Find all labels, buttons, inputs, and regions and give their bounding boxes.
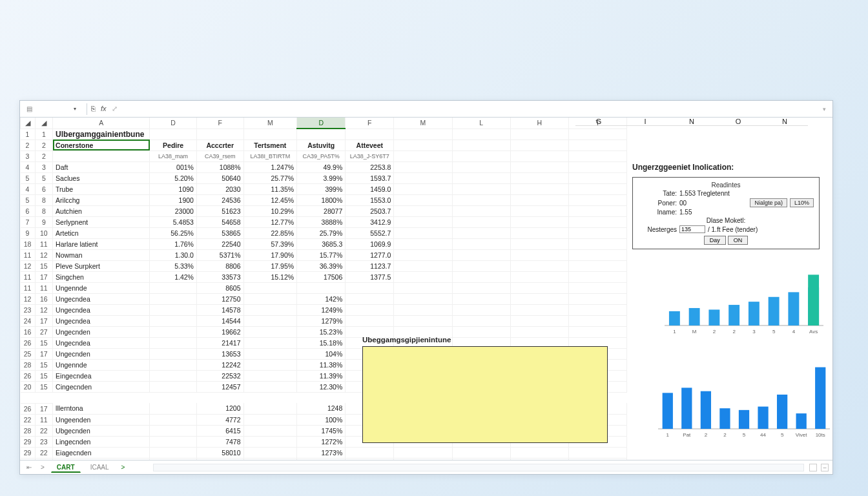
row-header[interactable]: 15 — [35, 381, 53, 392]
cell[interactable]: 4772 — [196, 414, 243, 425]
row-header[interactable]: 25 — [21, 348, 36, 359]
cell[interactable]: Nowman — [53, 249, 150, 260]
cell[interactable] — [568, 304, 626, 315]
cell[interactable] — [510, 260, 568, 271]
col-header-H[interactable]: H — [510, 118, 568, 129]
cell[interactable]: 12242 — [196, 359, 243, 370]
cell[interactable] — [452, 129, 510, 140]
cell[interactable] — [568, 315, 626, 326]
cell[interactable]: 1272% — [297, 436, 346, 447]
cell[interactable] — [568, 161, 626, 172]
cell[interactable] — [452, 216, 510, 227]
dlg-btn-on[interactable]: ON — [728, 236, 749, 245]
tab-nav-arrow[interactable]: > — [119, 464, 128, 471]
cell[interactable] — [510, 315, 568, 326]
cell[interactable] — [243, 129, 297, 140]
cell[interactable] — [568, 216, 626, 227]
cell[interactable]: 1246% — [297, 458, 346, 460]
row-header[interactable]: 2 — [35, 150, 53, 161]
cell[interactable]: 24536 — [196, 194, 243, 205]
cell[interactable]: Arilcchg — [53, 194, 150, 205]
cell[interactable] — [394, 216, 452, 227]
cell[interactable] — [568, 260, 626, 271]
cell[interactable] — [510, 129, 568, 140]
row-header[interactable]: 20 — [21, 381, 36, 392]
cell[interactable]: 142% — [297, 293, 346, 304]
cell[interactable]: Daft — [53, 161, 150, 172]
cell[interactable] — [150, 304, 197, 315]
view-normal-icon[interactable] — [809, 464, 817, 471]
cell[interactable]: 56.25% — [150, 227, 197, 238]
cell[interactable]: 1277.0 — [346, 249, 394, 260]
cell[interactable] — [568, 249, 626, 260]
cell[interactable] — [510, 140, 568, 150]
cell[interactable] — [452, 326, 510, 337]
cell[interactable] — [510, 216, 568, 227]
row-header[interactable]: 5 — [21, 172, 36, 183]
cell[interactable] — [568, 326, 626, 337]
row-header[interactable]: 11 — [21, 271, 36, 282]
cell[interactable] — [452, 227, 510, 238]
cell[interactable] — [150, 129, 197, 140]
cell[interactable] — [150, 337, 197, 348]
cell[interactable] — [243, 381, 297, 392]
cell[interactable]: 1.42% — [150, 271, 197, 282]
col-header-G[interactable]: G — [575, 118, 622, 126]
cell[interactable]: 15.77% — [297, 249, 346, 260]
cell[interactable] — [452, 183, 510, 194]
cell[interactable] — [394, 315, 452, 326]
cell[interactable] — [510, 150, 568, 161]
cell[interactable] — [394, 205, 452, 216]
cell[interactable]: 22540 — [196, 238, 243, 249]
cell[interactable]: 21417 — [196, 337, 243, 348]
name-box-input[interactable] — [35, 105, 74, 113]
col-header-N[interactable]: N — [668, 118, 715, 126]
cell[interactable] — [150, 326, 197, 337]
cell[interactable]: 22.85% — [243, 227, 297, 238]
expand-icon[interactable]: ⤢ — [112, 105, 118, 113]
cell[interactable]: Harlare latient — [53, 238, 150, 249]
cell[interactable] — [452, 150, 510, 161]
col-header-I[interactable]: I — [622, 118, 668, 126]
cell[interactable]: 5.20% — [150, 172, 197, 183]
cell[interactable]: 5.4853 — [150, 216, 197, 227]
cell[interactable]: 12.45% — [243, 194, 297, 205]
cell[interactable]: Arteticn — [53, 227, 150, 238]
cell[interactable] — [568, 172, 626, 183]
row-header[interactable]: 11 — [35, 282, 53, 293]
cell[interactable] — [243, 315, 297, 326]
cell[interactable]: CA39_PA5T% — [297, 150, 346, 161]
cell[interactable]: 5371% — [196, 249, 243, 260]
row-header[interactable]: 28 — [21, 425, 36, 436]
row-header[interactable]: 15 — [35, 359, 53, 370]
cell[interactable]: Tertsment — [243, 140, 297, 150]
row-header[interactable]: 26 — [21, 403, 36, 414]
cell[interactable]: Ungecndea — [53, 315, 150, 326]
row-header[interactable]: 11 — [35, 238, 53, 249]
cell[interactable] — [150, 458, 197, 460]
cell[interactable]: 1553.0 — [346, 194, 394, 205]
cell[interactable]: CA39_rsem — [196, 150, 243, 161]
cell[interactable]: 5552.7 — [346, 227, 394, 238]
cell[interactable]: 8806 — [196, 260, 243, 271]
cell[interactable] — [568, 129, 626, 140]
cell[interactable] — [394, 129, 452, 140]
row-header[interactable]: 17 — [35, 315, 53, 326]
cell[interactable] — [346, 282, 394, 293]
row-header[interactable]: 16 — [35, 293, 53, 304]
cell[interactable]: 11.35% — [243, 183, 297, 194]
cell[interactable] — [394, 150, 452, 161]
cell[interactable] — [452, 304, 510, 315]
cell[interactable]: Ubgecnden — [53, 425, 150, 436]
collapse-formula-icon[interactable]: ▾ — [823, 106, 826, 112]
cell[interactable]: 53865 — [196, 227, 243, 238]
cell[interactable]: 6415 — [196, 425, 243, 436]
cell[interactable] — [452, 140, 510, 150]
cell[interactable]: 100% — [297, 414, 346, 425]
cell[interactable] — [297, 129, 346, 140]
cell[interactable]: 57.39% — [243, 238, 297, 249]
cell[interactable] — [510, 249, 568, 260]
cell[interactable]: 1.30.0 — [150, 249, 197, 260]
cell[interactable]: 3412.9 — [346, 216, 394, 227]
cell[interactable] — [452, 172, 510, 183]
